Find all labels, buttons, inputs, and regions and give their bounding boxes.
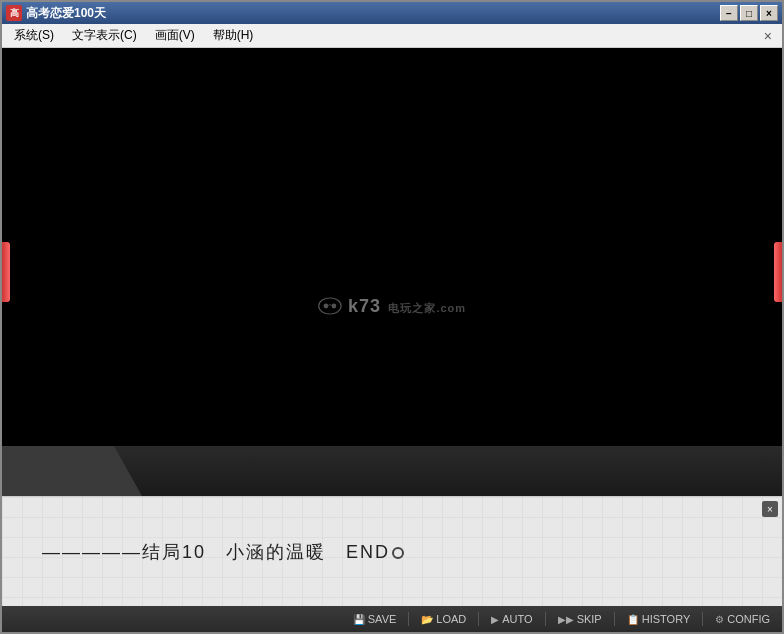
auto-label: AUTO [502, 613, 532, 625]
game-bottom-bar [2, 446, 782, 496]
dialog-box[interactable]: × —————结局10 小涵的温暖 END [2, 496, 782, 606]
svg-point-0 [319, 298, 341, 314]
title-bar: 高 高考恋爱100天 − □ × [2, 2, 782, 24]
title-controls: − □ × [720, 5, 778, 21]
skip-label: SKIP [577, 613, 602, 625]
title-bar-left: 高 高考恋爱100天 [6, 5, 106, 22]
divider-5 [702, 612, 703, 626]
app-icon: 高 [6, 5, 22, 21]
main-window: 高 高考恋爱100天 − □ × 系统(S) 文字表示(C) 画面(V) 帮助(… [0, 0, 784, 634]
divider-4 [614, 612, 615, 626]
history-button[interactable]: 📋 HISTORY [619, 611, 699, 627]
load-label: LOAD [436, 613, 466, 625]
divider-1 [408, 612, 409, 626]
save-icon: 💾 [353, 614, 365, 625]
divider-2 [478, 612, 479, 626]
svg-point-1 [324, 304, 329, 309]
auto-icon: ▶ [491, 614, 499, 625]
skip-button[interactable]: ▶▶ SKIP [550, 611, 610, 627]
toolbar: 💾 SAVE 📂 LOAD ▶ AUTO ▶▶ SKIP 📋 HISTORY ⚙… [2, 606, 782, 632]
menu-bar: 系统(S) 文字表示(C) 画面(V) 帮助(H) × [2, 24, 782, 48]
window-title: 高考恋爱100天 [26, 5, 106, 22]
skip-icon: ▶▶ [558, 614, 574, 625]
history-icon: 📋 [627, 614, 639, 625]
config-icon: ⚙ [715, 614, 724, 625]
menu-text-display[interactable]: 文字表示(C) [64, 25, 145, 46]
save-label: SAVE [368, 613, 397, 625]
dialog-close-button[interactable]: × [762, 501, 778, 517]
load-icon: 📂 [421, 614, 433, 625]
config-label: CONFIG [727, 613, 770, 625]
divider-3 [545, 612, 546, 626]
side-panel-left [2, 242, 10, 302]
menu-screen[interactable]: 画面(V) [147, 25, 203, 46]
end-circle-icon [392, 547, 404, 559]
menu-system[interactable]: 系统(S) [6, 25, 62, 46]
load-button[interactable]: 📂 LOAD [413, 611, 474, 627]
maximize-button[interactable]: □ [740, 5, 758, 21]
watermark-icon [318, 297, 342, 315]
game-bottom-shape [2, 446, 142, 496]
menu-help[interactable]: 帮助(H) [205, 25, 262, 46]
main-content: k73 电玩之家.com × —————结局10 小涵的温暖 END [2, 48, 782, 606]
minimize-button[interactable]: − [720, 5, 738, 21]
side-panel-right [774, 242, 782, 302]
auto-button[interactable]: ▶ AUTO [483, 611, 540, 627]
config-button[interactable]: ⚙ CONFIG [707, 611, 778, 627]
menu-close-button[interactable]: × [758, 28, 778, 44]
watermark-text: k73 电玩之家.com [348, 296, 466, 317]
save-button[interactable]: 💾 SAVE [345, 611, 405, 627]
window-close-button[interactable]: × [760, 5, 778, 21]
dialog-text: —————结局10 小涵的温暖 END [42, 540, 404, 564]
history-label: HISTORY [642, 613, 691, 625]
game-viewport[interactable]: k73 电玩之家.com [2, 48, 782, 496]
svg-point-2 [332, 304, 337, 309]
watermark: k73 电玩之家.com [318, 296, 466, 317]
